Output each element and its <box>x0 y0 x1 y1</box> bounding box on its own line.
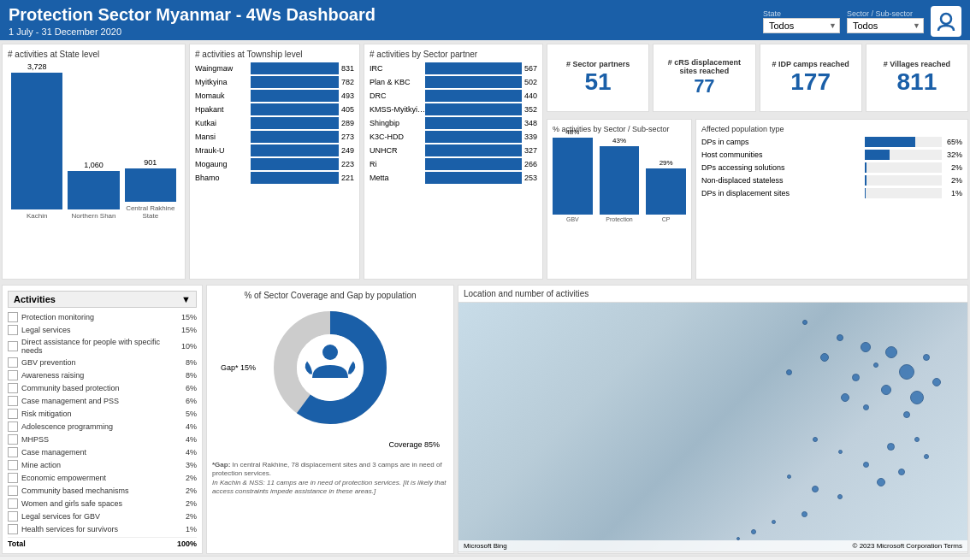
map-dot <box>852 374 860 381</box>
header-text: Protection Sector Myanmar - 4Ws Dashboar… <box>9 5 376 37</box>
state-select[interactable]: Todos <box>763 18 840 33</box>
activities-list: Protection monitoring 15% Legal services… <box>8 311 197 535</box>
sector-bar <box>646 168 686 215</box>
sector-bar-group: 43% Protection <box>600 137 640 222</box>
township-bar-row: Hpakant 405 <box>195 103 354 115</box>
township-value: 249 <box>341 146 354 155</box>
activity-checkbox[interactable] <box>8 460 18 470</box>
activities-header-label: Activities <box>14 294 56 304</box>
township-label: Waingmaw <box>195 64 251 73</box>
activity-row: Legal services for GBV 2% <box>8 510 197 522</box>
partner-value: 502 <box>524 78 537 86</box>
footnote-text1: In central Rakhine, 78 displacement site… <box>212 461 442 477</box>
activity-name: MHPSS <box>21 435 186 444</box>
activity-name: Women and girls safe spaces <box>21 499 186 508</box>
activity-checkbox[interactable] <box>8 383 18 393</box>
activity-pct: 2% <box>186 486 197 495</box>
footnote-title: *Gap: <box>212 461 230 469</box>
svg-point-4 <box>322 345 338 360</box>
map-dot <box>923 354 930 361</box>
partner-label: Ri <box>370 160 425 168</box>
sector-bar-label: GBV <box>566 216 579 222</box>
activity-row: Case management 4% <box>8 446 197 458</box>
bottom-row: Activities ▼ Protection monitoring 15% L… <box>0 283 970 556</box>
coverage-label: Coverage 85% <box>388 440 440 449</box>
affected-row: Host communities 32% <box>701 150 962 160</box>
bar-value-label: 3,728 <box>27 62 47 71</box>
partner-bar-row: Ri 266 <box>370 158 537 170</box>
activities-panel: Activities ▼ Protection monitoring 15% L… <box>2 285 203 554</box>
activity-checkbox[interactable] <box>8 473 18 483</box>
sector-select-wrapper[interactable]: Todos ▼ <box>847 18 924 33</box>
township-label: Kutkai <box>195 119 251 127</box>
state-select-wrapper[interactable]: Todos ▼ <box>763 18 840 33</box>
activity-checkbox[interactable] <box>8 357 18 368</box>
activity-checkbox[interactable] <box>8 447 18 457</box>
activity-checkbox[interactable] <box>8 524 18 534</box>
activity-name: Community based protection <box>21 384 186 392</box>
partner-label: Metta <box>370 174 425 182</box>
map-dot <box>751 529 756 534</box>
activity-checkbox[interactable] <box>8 325 18 335</box>
map-panel: Location and number of activities Micros… <box>458 285 968 554</box>
activity-name: Legal services <box>21 326 181 334</box>
map-dot <box>786 369 792 375</box>
bar-x-label: Northern Shan <box>71 212 115 220</box>
activity-checkbox[interactable] <box>8 370 18 380</box>
state-chart-panel: # activities at State level 3,728 Kachin… <box>2 44 186 280</box>
activity-name: Protection monitoring <box>21 313 181 321</box>
township-bar-row: Kutkai 289 <box>195 117 354 129</box>
map-background[interactable]: Microsoft Bing © 2023 Microsoft Corporat… <box>458 303 967 551</box>
activity-row: Risk mitigation 5% <box>8 408 197 420</box>
powerbi-footer: Microsoft Power BI ⎘ ⤢ <box>0 556 970 560</box>
activity-pct: 8% <box>186 371 197 380</box>
bar <box>11 73 62 209</box>
affected-bar <box>865 188 866 198</box>
partner-bar <box>425 103 522 115</box>
activity-checkbox[interactable] <box>8 498 18 509</box>
activity-pct: 15% <box>181 326 197 334</box>
township-bar-row: Mrauk-U 249 <box>195 144 354 156</box>
partner-bar <box>425 172 522 184</box>
activity-row: MHPSS 4% <box>8 433 197 445</box>
affected-bar <box>865 150 890 160</box>
partner-chart-title: # activities by Sector partner <box>370 50 537 59</box>
partner-label: Plan & KBC <box>370 78 425 86</box>
activity-total: Total 100% <box>8 537 197 548</box>
activity-checkbox[interactable] <box>8 486 18 496</box>
donut-chart <box>266 304 394 432</box>
activities-filter-icon[interactable]: ▼ <box>181 294 191 304</box>
bing-label: Microsoft Bing <box>464 542 507 550</box>
affected-bar <box>865 175 866 186</box>
affected-bar <box>865 137 915 147</box>
donut-panel: % of Sector Coverage and Gap by populati… <box>206 285 454 554</box>
activity-pct: 8% <box>186 358 197 367</box>
map-dot <box>932 378 941 386</box>
activity-checkbox[interactable] <box>8 511 18 522</box>
activity-checkbox[interactable] <box>8 434 18 445</box>
partner-label: KMSS-Myitkyina <box>370 105 425 114</box>
map-dot <box>813 437 818 442</box>
map-dot <box>820 353 829 362</box>
partner-label: DRC <box>370 91 425 100</box>
map-dot <box>861 342 871 352</box>
map-copyright: © 2023 Microsoft Corporation Terms <box>853 542 962 550</box>
sector-select[interactable]: Todos <box>847 18 924 33</box>
township-bar <box>251 62 339 74</box>
affected-pct: 65% <box>945 138 962 146</box>
map-dot <box>877 478 885 486</box>
township-value: 493 <box>341 91 354 100</box>
map-dot <box>898 469 905 475</box>
activity-checkbox[interactable] <box>8 341 18 351</box>
header: Protection Sector Myanmar - 4Ws Dashboar… <box>0 0 970 40</box>
activity-checkbox[interactable] <box>8 409 18 419</box>
state-bar-chart: 3,728 Kachin 1,060 Northern Shan 901 Cen… <box>8 66 180 220</box>
activity-pct: 2% <box>186 474 197 482</box>
activity-row: Awareness raising 8% <box>8 369 197 381</box>
township-value: 223 <box>341 160 354 168</box>
partner-label: IRC <box>370 64 425 73</box>
activity-row: Community based mechanisms 2% <box>8 485 197 497</box>
activity-checkbox[interactable] <box>8 312 18 322</box>
activity-checkbox[interactable] <box>8 396 18 406</box>
activity-checkbox[interactable] <box>8 421 18 432</box>
